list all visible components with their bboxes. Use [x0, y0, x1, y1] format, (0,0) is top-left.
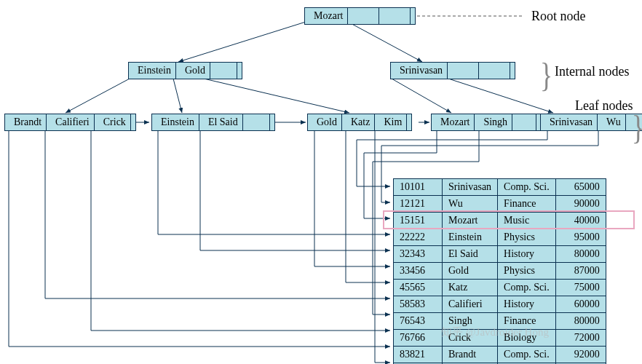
root-node: Mozart: [304, 7, 416, 25]
table-row: 12121WuFinance90000: [394, 196, 606, 213]
leaf-node-3: MozartSingh: [431, 114, 542, 131]
table-row: 15151MozartMusic40000: [394, 213, 606, 229]
leaf-node-2: GoldKatzKim: [307, 114, 412, 131]
key: Mozart: [309, 8, 348, 24]
label-internal: Internal nodes: [555, 64, 629, 79]
table-row: 33456GoldPhysics87000: [394, 263, 606, 280]
leaf-node-1: EinsteinEl Said: [151, 114, 275, 131]
table-row: 22222EinsteinPhysics95000: [394, 229, 606, 246]
internal-node-0: EinsteinGold: [128, 62, 242, 79]
table-row: 32343El SaidHistory80000: [394, 246, 606, 263]
leaf-node-0: BrandtCalifieriCrick: [4, 114, 136, 131]
table-row: 83821BrandtComp. Sci.92000: [394, 347, 606, 363]
brace-icon: }: [540, 55, 552, 95]
table-row: 58583CalifieriHistory60000: [394, 296, 606, 313]
internal-node-1: Srinivasan: [390, 62, 515, 79]
leaf-node-4: SrinivasanWu: [540, 114, 642, 131]
label-root: Root node: [531, 9, 586, 24]
table-row: 45565KatzComp. Sci.75000: [394, 280, 606, 296]
brace-icon: }: [632, 108, 642, 148]
watermark: 知乎 @Javdroider Hong: [441, 325, 549, 339]
label-leaf: Leaf nodes: [575, 98, 633, 114]
table-row: 10101SrinivasanComp. Sci.65000: [394, 179, 606, 196]
